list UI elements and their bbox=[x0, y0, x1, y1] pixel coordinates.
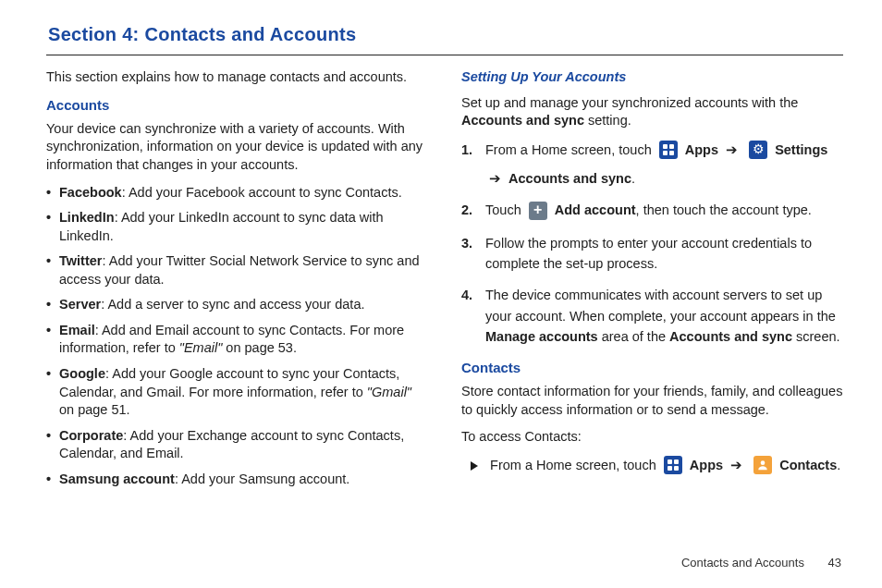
apps-label: Apps bbox=[685, 142, 718, 157]
item-name: Samsung account bbox=[59, 472, 175, 486]
horizontal-rule bbox=[46, 55, 843, 55]
setup-steps: From a Home screen, touch Apps ➔ ⚙ Setti… bbox=[461, 140, 843, 348]
arrow-icon: ➔ bbox=[726, 142, 738, 157]
contacts-access: To access Contacts: bbox=[461, 428, 843, 447]
intro-text: This section explains how to manage cont… bbox=[46, 68, 428, 87]
section-title: Section 4: Contacts and Accounts bbox=[48, 22, 843, 47]
item-desc: : Add your Twitter Social Network Servic… bbox=[59, 253, 420, 287]
contacts-step: From a Home screen, touch Apps ➔ Contact… bbox=[461, 456, 843, 476]
svg-point-0 bbox=[761, 460, 766, 465]
setup-heading: Setting Up Your Accounts bbox=[461, 68, 843, 87]
apps-label: Apps bbox=[690, 458, 723, 472]
item-name: Google bbox=[59, 366, 105, 381]
item-name: Twitter bbox=[59, 253, 102, 268]
step-text: Follow the prompts to enter your account… bbox=[485, 236, 812, 271]
triangle-bullet-icon bbox=[471, 461, 478, 471]
item-desc: : Add your Google account to sync your C… bbox=[59, 366, 399, 399]
page-number: 43 bbox=[828, 556, 841, 570]
step-item: From a Home screen, touch Apps ➔ ⚙ Setti… bbox=[461, 140, 843, 190]
page-ref: on page 51. bbox=[59, 402, 130, 417]
xref: "Gmail" bbox=[367, 385, 411, 399]
list-item: Corporate: Add your Exchange account to … bbox=[46, 427, 428, 463]
footer-text: Contacts and Accounts bbox=[681, 556, 804, 570]
item-name: Corporate bbox=[59, 428, 123, 443]
list-item: Samsung account: Add your Samsung accoun… bbox=[46, 471, 428, 489]
left-column: This section explains how to manage cont… bbox=[46, 68, 428, 496]
arrow-icon: ➔ bbox=[489, 171, 501, 186]
page-ref: on page 53. bbox=[222, 340, 297, 355]
apps-icon bbox=[664, 456, 682, 474]
list-item: LinkedIn: Add your LinkedIn account to s… bbox=[46, 209, 428, 245]
step-text: From a Home screen, touch bbox=[490, 458, 660, 472]
arrow-icon: ➔ bbox=[730, 458, 742, 472]
plus-icon: + bbox=[529, 202, 547, 220]
accounts-heading: Accounts bbox=[46, 96, 428, 115]
accounts-lead: Your device can synchronize with a varie… bbox=[46, 120, 428, 175]
step-text: Touch bbox=[485, 202, 525, 217]
item-name: Facebook bbox=[59, 185, 122, 200]
add-account-label: Add account bbox=[555, 202, 636, 217]
item-name: Server bbox=[59, 297, 101, 312]
item-desc: : Add your Samsung account. bbox=[175, 472, 349, 486]
contacts-lead: Store contact information for your frien… bbox=[461, 383, 843, 419]
right-column: Setting Up Your Accounts Set up and mana… bbox=[461, 68, 843, 496]
list-item: Twitter: Add your Twitter Social Network… bbox=[46, 252, 428, 288]
step-item: Follow the prompts to enter your account… bbox=[461, 233, 843, 275]
apps-icon bbox=[659, 141, 678, 159]
lead-bold: Accounts and sync bbox=[461, 113, 584, 128]
contacts-icon bbox=[753, 456, 772, 474]
step-text-b: area of the bbox=[598, 329, 669, 344]
accounts-sync-label2: Accounts and sync bbox=[669, 329, 792, 344]
manage-accounts-label: Manage accounts bbox=[485, 329, 598, 344]
lead-part2: setting. bbox=[584, 113, 631, 128]
lead-part1: Set up and manage your synchronized acco… bbox=[461, 95, 798, 110]
item-desc: : Add a server to sync and access your d… bbox=[101, 297, 364, 312]
two-column-layout: This section explains how to manage cont… bbox=[46, 68, 843, 496]
contacts-heading: Contacts bbox=[461, 359, 843, 377]
page-footer: Contacts and Accounts 43 bbox=[681, 555, 841, 571]
step-item: Touch + Add account, then touch the acco… bbox=[461, 200, 843, 221]
list-item: Server: Add a server to sync and access … bbox=[46, 296, 428, 314]
setup-lead: Set up and manage your synchronized acco… bbox=[461, 94, 843, 130]
settings-label: Settings bbox=[775, 142, 827, 157]
xref: "Email" bbox=[179, 340, 223, 355]
list-item: Email: Add and Email account to sync Con… bbox=[46, 322, 428, 358]
item-desc: : Add your Facebook account to sync Cont… bbox=[122, 185, 402, 200]
item-name: Email bbox=[59, 323, 95, 337]
accounts-sync-label: Accounts and sync bbox=[508, 171, 631, 186]
settings-icon: ⚙ bbox=[749, 141, 767, 159]
list-item: Google: Add your Google account to sync … bbox=[46, 365, 428, 420]
step-text: From a Home screen, touch bbox=[485, 142, 655, 157]
step-text-a: The device communicates with account ser… bbox=[485, 288, 836, 323]
step-item: The device communicates with account ser… bbox=[461, 285, 843, 347]
step-text-b: , then touch the account type. bbox=[636, 202, 812, 217]
account-type-list: Facebook: Add your Facebook account to s… bbox=[46, 184, 428, 489]
item-name: LinkedIn bbox=[59, 210, 115, 225]
step-text-c: screen. bbox=[792, 329, 840, 344]
list-item: Facebook: Add your Facebook account to s… bbox=[46, 184, 428, 202]
contacts-label: Contacts bbox=[779, 458, 837, 472]
